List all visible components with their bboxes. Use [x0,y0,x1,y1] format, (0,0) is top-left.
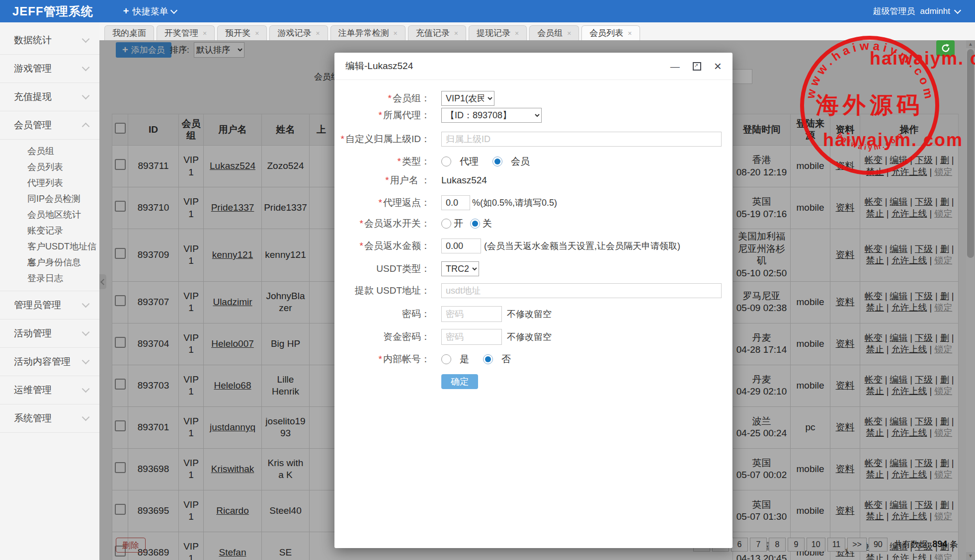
minimize-icon[interactable]: — [670,62,680,71]
sidebar-group-系统管理[interactable]: 系统管理 [0,404,99,433]
app-title: JEFF管理系统 [12,3,93,19]
tab-提现记录[interactable]: 提现记录× [469,25,527,40]
tab-label: 提现记录 [477,27,510,39]
tab-close-icon[interactable]: × [567,29,571,37]
tab-close-icon[interactable]: × [394,29,398,37]
password-hint: 不修改留空 [507,308,552,320]
tab-close-icon[interactable]: × [515,29,519,37]
fund-password-hint: 不修改留空 [507,331,552,343]
sidebar-group-活动内容管理[interactable]: 活动内容管理 [0,348,99,376]
confirm-button[interactable]: 确定 [441,374,478,389]
rebate-input[interactable] [441,195,470,210]
rebate-on-radio[interactable] [441,219,451,229]
user-role: 超级管理员 [873,5,915,17]
field-label-usdt-address: 提款 USDT地址： [334,284,430,297]
tab-label: 注单异常检测 [338,27,389,39]
usdt-address-input[interactable] [441,283,722,298]
rebate-amount-input[interactable] [441,239,481,253]
tab-会员列表[interactable]: 会员列表× [581,25,640,40]
field-label-usdt-type: USDT类型： [334,262,430,275]
type-member-radio[interactable] [492,157,502,166]
chevron-down-icon [82,357,90,365]
quick-menu-button[interactable]: + 快捷菜单 [123,5,177,17]
sidebar-group-游戏管理[interactable]: 游戏管理 [0,55,99,83]
sidebar-item-会员地区统计[interactable]: 会员地区统计 [0,207,99,223]
sidebar-group-活动管理[interactable]: 活动管理 [0,320,99,348]
user-menu[interactable]: 超级管理员 adminht [873,5,960,17]
chevron-down-icon [82,92,90,100]
tab-预开奖[interactable]: 预开奖× [217,25,267,40]
tab-close-icon[interactable]: × [255,29,259,37]
rebate-on-label: 开 [454,217,463,230]
internal-no-radio[interactable] [483,354,493,364]
chevron-down-icon [82,64,90,72]
sidebar-item-客户USDT地址信息[interactable]: 客户USDT地址信息 [0,239,99,254]
required-asterisk: * [360,240,363,251]
sidebar-group-管理员管理[interactable]: 管理员管理 [0,291,99,320]
sidebar-group-label: 会员管理 [14,119,83,132]
field-label-parent-id: *自定义归属上级ID： [334,133,430,146]
sidebar-item-会员列表[interactable]: 会员列表 [0,159,99,175]
tab-充值记录[interactable]: 充值记录× [408,25,466,40]
sidebar-item-代理列表[interactable]: 代理列表 [0,175,99,191]
top-navbar: JEFF管理系统 + 快捷菜单 超级管理员 adminht [0,0,975,22]
sidebar-group-label: 游戏管理 [14,62,83,75]
password-input[interactable] [441,306,502,322]
internal-no-label: 否 [501,353,511,366]
required-asterisk: * [379,197,382,208]
rebate-off-radio[interactable] [470,219,480,229]
usdt-type-select[interactable]: TRC20 [441,261,479,276]
tab-close-icon[interactable]: × [454,29,458,37]
member-group-select[interactable]: VIP1(农民) [441,91,494,106]
type-agent-radio[interactable] [441,157,451,166]
tab-开奖管理[interactable]: 开奖管理× [157,25,215,40]
sidebar-group-会员管理[interactable]: 会员管理 [0,111,99,140]
close-icon[interactable]: × [714,60,722,73]
tab-close-icon[interactable]: × [203,29,207,37]
tab-label: 会员组 [537,27,563,39]
sidebar-group-数据统计[interactable]: 数据统计 [0,26,99,55]
required-asterisk: * [388,93,392,103]
username-value: Lukasz524 [441,175,487,186]
refresh-button[interactable] [936,40,955,56]
chevron-down-icon [954,6,961,13]
required-asterisk: * [398,156,401,166]
tab-close-icon[interactable]: × [316,29,320,37]
required-asterisk: * [385,175,389,185]
maximize-icon[interactable] [693,62,701,71]
field-label-type: *类型： [334,155,430,168]
rebate-hint: %(如0.5%,请填写0.5) [472,197,557,209]
refresh-icon [941,43,951,53]
sidebar-group-label: 活动管理 [14,327,83,340]
chevron-up-icon [82,123,90,131]
field-label-username: *用户名 ： [334,174,430,187]
required-asterisk: * [379,110,382,120]
tab-close-icon[interactable]: × [628,29,632,37]
sidebar-group-运维管理[interactable]: 运维管理 [0,376,99,404]
field-label-agent: *所属代理： [334,109,430,122]
fund-password-input[interactable] [441,329,502,345]
sidebar-item-会员组[interactable]: 会员组 [0,143,99,159]
agent-select[interactable]: 【ID：893708】 [441,108,542,123]
internal-yes-radio[interactable] [441,354,451,364]
rebate-amount-hint: (会员当天返水金额当天设置,让会员隔天申请领取) [484,240,680,252]
chevron-down-icon [82,385,90,393]
sidebar-item-账变记录[interactable]: 账变记录 [0,223,99,239]
tab-游戏记录[interactable]: 游戏记录× [269,25,327,40]
sidebar-item-同IP会员检测[interactable]: 同IP会员检测 [0,191,99,207]
tab-我的桌面[interactable]: 我的桌面 [104,25,154,40]
required-asterisk: * [360,218,363,229]
sidebar-group-label: 管理员管理 [14,299,83,312]
modal-title-bar: 编辑-Lukasz524 — × [334,53,732,80]
type-member-label: 会员 [511,155,530,168]
type-agent-label: 代理 [460,155,479,168]
sidebar-group-label: 活动内容管理 [14,355,83,368]
tab-会员组[interactable]: 会员组× [529,25,579,40]
sidebar-item-客户身份信息[interactable]: 客户身份信息 [0,254,99,270]
chevron-down-icon [170,6,177,13]
sidebar-item-登录日志[interactable]: 登录日志 [0,270,99,286]
tab-注单异常检测[interactable]: 注单异常检测× [330,25,406,40]
field-label-group: *会员组： [334,92,430,105]
sidebar-group-充值提现[interactable]: 充值提现 [0,83,99,111]
parent-id-input[interactable] [441,132,722,147]
